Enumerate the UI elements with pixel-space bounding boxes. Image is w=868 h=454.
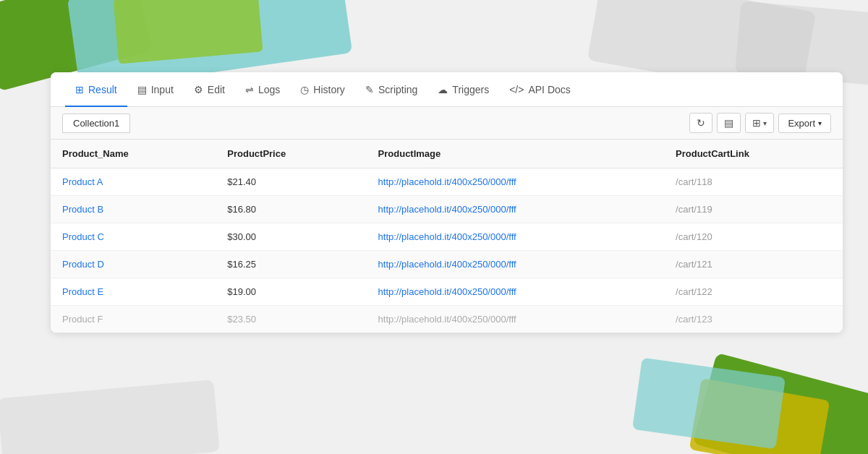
grid-view-button[interactable]: ⊞ ▾ [745,113,774,133]
table-row: Product B$16.80http://placehold.it/400x2… [51,196,843,223]
cell-product-cart-link: /cart/121 [664,251,843,278]
cell-product-cart-link: /cart/119 [664,196,843,223]
cell-product-image: http://placehold.it/400x250/000/fff [367,196,664,223]
table-container: Product_Name ProductPrice ProductImage P… [51,140,843,333]
result-icon: ⊞ [75,84,84,95]
tab-logs-label: Logs [258,84,280,95]
cell-product-cart-link: /cart/118 [664,168,843,196]
history-icon: ◷ [300,84,309,95]
cell-product-price: $16.25 [216,251,366,278]
table-row: Product E$19.00http://placehold.it/400x2… [51,278,843,306]
cell-product-name: Product C [51,223,216,251]
refresh-icon: ↻ [697,117,705,129]
table-row: Product C$30.00http://placehold.it/400x2… [51,223,843,251]
list-view-icon: ▤ [724,117,733,129]
tab-scripting-label: Scripting [378,84,417,95]
tab-history[interactable]: ◷ History [290,72,355,107]
cell-product-price: $21.40 [216,168,366,196]
cell-product-price: $16.80 [216,196,366,223]
tab-triggers-label: Triggers [452,84,489,95]
cell-product-image: http://placehold.it/400x250/000/fff [367,223,664,251]
cell-product-name: Product E [51,278,216,306]
cell-product-name: Product B [51,196,216,223]
cell-product-price: $19.00 [216,278,366,306]
table-row: Product F$23.50http://placehold.it/400x2… [51,306,843,333]
tab-edit-label: Edit [208,84,225,95]
table-row: Product D$16.25http://placehold.it/400x2… [51,251,843,278]
tab-input[interactable]: ▤ Input [127,72,184,107]
tab-triggers[interactable]: ☁ Triggers [427,72,499,107]
tab-edit[interactable]: ⚙ Edit [184,72,235,107]
scripting-icon: ✎ [365,84,374,95]
input-icon: ▤ [137,84,147,95]
toolbar: Collection1 ↻ ▤ ⊞ ▾ Export ▾ [51,107,843,140]
cell-product-cart-link: /cart/122 [664,278,843,306]
tab-result-label: Result [88,84,117,95]
edit-icon: ⚙ [194,84,203,95]
cell-product-price: $30.00 [216,223,366,251]
tab-scripting[interactable]: ✎ Scripting [355,72,427,107]
tab-result[interactable]: ⊞ Result [65,72,127,107]
cell-product-cart-link: /cart/123 [664,306,843,333]
chevron-down-icon: ▾ [763,119,767,127]
triggers-icon: ☁ [438,84,448,95]
cell-product-image: http://placehold.it/400x250/000/fff [367,168,664,196]
tab-input-label: Input [151,84,174,95]
cell-product-name: Product A [51,168,216,196]
toolbar-actions: ↻ ▤ ⊞ ▾ Export ▾ [689,113,831,133]
cell-product-image: http://placehold.it/400x250/000/fff [367,251,664,278]
col-header-product-price: ProductPrice [216,140,366,168]
cell-product-name: Product F [51,306,216,333]
logs-icon: ⇌ [245,84,254,95]
col-header-product-cart-link: ProductCartLink [664,140,843,168]
list-view-button[interactable]: ▤ [717,113,741,133]
tab-logs[interactable]: ⇌ Logs [235,72,290,107]
export-chevron-icon: ▾ [818,119,822,127]
tab-history-label: History [313,84,345,95]
tab-bar: ⊞ Result ▤ Input ⚙ Edit ⇌ Logs ◷ History… [51,72,843,107]
col-header-product-name: Product_Name [51,140,216,168]
cell-product-price: $23.50 [216,306,366,333]
grid-view-icon: ⊞ [752,117,761,129]
cell-product-name: Product D [51,251,216,278]
cell-product-image: http://placehold.it/400x250/000/fff [367,306,664,333]
tab-api-docs[interactable]: </> API Docs [499,72,581,107]
tab-api-docs-label: API Docs [528,84,570,95]
cell-product-cart-link: /cart/120 [664,223,843,251]
table-row: Product A$21.40http://placehold.it/400x2… [51,168,843,196]
collection-tab[interactable]: Collection1 [62,113,130,133]
export-button[interactable]: Export ▾ [778,113,831,133]
data-table: Product_Name ProductPrice ProductImage P… [51,140,843,333]
main-card: ⊞ Result ▤ Input ⚙ Edit ⇌ Logs ◷ History… [51,72,843,333]
api-docs-icon: </> [509,84,524,95]
bg-shape-gray-bottom-left [0,380,220,454]
export-label: Export [788,118,815,129]
cell-product-image: http://placehold.it/400x250/000/fff [367,278,664,306]
col-header-product-image: ProductImage [367,140,664,168]
refresh-button[interactable]: ↻ [689,113,712,133]
